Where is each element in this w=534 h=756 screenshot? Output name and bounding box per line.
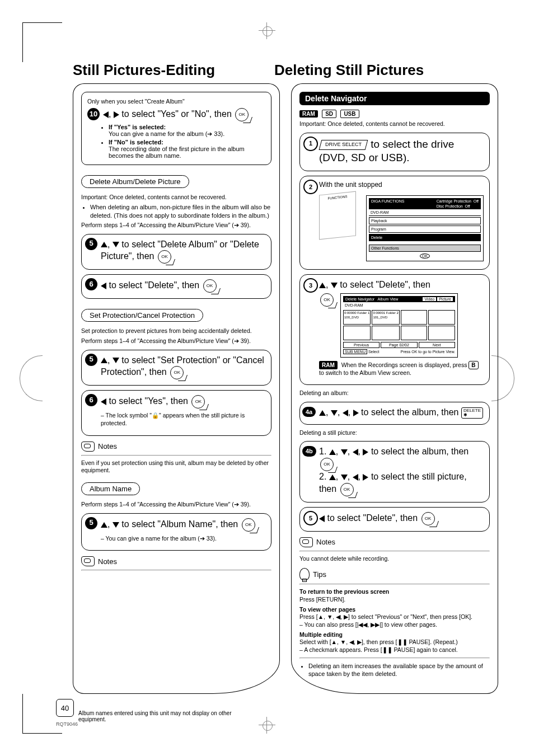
if-yes: If "Yes" is selected:You can give a name…: [109, 124, 265, 138]
left-step5b: 5 , to select "Set Protection" or "Cance…: [81, 350, 271, 386]
step-5-badge: 5: [85, 517, 97, 529]
delete-album-pill: Delete Album/Delete Picture: [81, 175, 189, 188]
ok-icon: OK: [158, 250, 171, 264]
osd-delete-navigator: Delete Navigator Album View VideoPicture…: [340, 293, 458, 357]
doc-id: RQT9046: [56, 721, 78, 727]
tip2-b2: – You can also press [|◀◀, ▶▶|] to view …: [299, 621, 437, 628]
triangle-right-icon: [114, 111, 119, 118]
tip3-b1: Select with [▲, ▼, ◀, ▶], then press [❚❚…: [299, 638, 458, 645]
step-5-badge: 5: [85, 238, 97, 250]
step-10-badge: 10: [87, 108, 100, 120]
left-step6a: 6 to select "Delete", then OK ◀ to selec…: [81, 274, 271, 299]
deleting-still-head: Deleting a still picture:: [299, 429, 490, 437]
setprot-body2: Perform steps 1–4 of "Accessing the Albu…: [81, 337, 271, 345]
triangle-down-icon: [113, 242, 119, 247]
ram-note: RAM When the Recordings screen is displa…: [319, 361, 484, 377]
badge-ram: RAM: [319, 361, 338, 369]
ok-icon: OK: [340, 483, 354, 496]
b-key[interactable]: B: [469, 361, 478, 369]
triangle-left-icon: [101, 398, 106, 405]
right-step4b: 4b 1. , , , to select the album, then OK…: [299, 441, 490, 503]
tip3-b2: – A checkmark appears. Press [❚❚ PAUSE] …: [299, 646, 458, 653]
title-right: Deleting Still Pictures: [274, 62, 424, 79]
delete-key-icon[interactable]: DELETE ✱: [461, 407, 483, 419]
functions-diagram-icon: FUNCTIONS: [319, 191, 356, 240]
right-step1: 1 DRIVE SELECT to select the drive (DVD,…: [299, 133, 490, 171]
set-protection-pill: Set Protection/Cancel Protection: [81, 309, 203, 322]
delete-navigator-bar: Delete Navigator: [299, 92, 490, 105]
left-column: Only when you select "Create Album" 10 ,…: [73, 83, 280, 694]
page-number: 40: [56, 699, 74, 717]
step2-head: With the unit stopped: [319, 181, 382, 189]
album-footer-note: Album names entered using this unit may …: [78, 710, 235, 722]
step-3-badge: 3: [303, 278, 318, 293]
tip1-h: To return to the previous screen: [299, 588, 389, 595]
step-5-badge: 5: [303, 511, 318, 525]
notes1-body: Even if you set protection using this un…: [81, 459, 271, 475]
tip1-b: Press [RETURN].: [299, 596, 345, 603]
tips-icon: [299, 568, 310, 580]
drive-select-button[interactable]: DRIVE SELECT: [319, 140, 368, 150]
tip2-b1: Press [▲, ▼, ◀, ▶] to select "Previous" …: [299, 613, 472, 620]
ok-icon: OK: [421, 512, 435, 525]
triangle-up-icon: [319, 283, 326, 288]
notes-heading: Notes: [316, 538, 335, 546]
triangle-left-icon: [103, 111, 109, 118]
delete-important: Important: Once deleted, contents cannot…: [81, 194, 271, 201]
right-step5: 5 to select "Delete", then OK ◀ to selec…: [299, 507, 490, 532]
albumname-body: Perform steps 1–4 of "Accessing the Albu…: [81, 501, 271, 509]
notes-heading: Notes: [98, 442, 117, 450]
tip2-h: To view other pages: [299, 606, 355, 613]
title-left: Still Pictures-Editing: [73, 62, 252, 79]
notes-icon: [299, 537, 313, 547]
final-note: Deleting an item increases the available…: [308, 662, 490, 678]
ok-icon: OK: [203, 279, 217, 293]
right-important: Important: Once deleted, contents cannot…: [299, 120, 490, 128]
step-6-badge: 6: [85, 394, 97, 406]
ok-icon: OK: [320, 458, 334, 471]
left-step6b: 6 to select "Yes", then OK – The lock sy…: [81, 390, 271, 435]
left-step5c: 5 , to select "Album Name", then OK – Yo…: [81, 513, 271, 551]
left-step5a: 5 , to select "Delete Album" or "Delete …: [81, 234, 271, 270]
triangle-down-icon: [113, 522, 119, 528]
triangle-down-icon: [331, 283, 338, 288]
ok-icon: OK: [320, 293, 334, 307]
right-step2: 2 With the unit stopped FUNCTIONS DIGA F…: [299, 176, 490, 270]
step-10-text: , ◀, ▶ to select "Yes" or "No", then to …: [103, 109, 250, 119]
ok-icon: OK: [170, 366, 184, 379]
badge-usb: USB: [340, 110, 359, 118]
notes-icon: [81, 556, 95, 566]
triangle-left-icon: [319, 515, 325, 522]
step-6-badge: 6: [85, 278, 97, 290]
right-column: Delete Navigator RAM SD USB Important: O…: [291, 83, 498, 694]
right-step3: 3 , to select "Delete", then ▲, ▼ to sel…: [299, 274, 490, 385]
step-2-badge: 2: [303, 180, 318, 194]
media-badges: RAM SD USB: [299, 110, 490, 118]
create-album-box: Only when you select "Create Album" 10 ,…: [81, 92, 271, 165]
step5c-sub: – You can give a name for the album (➔ 3…: [101, 535, 265, 543]
tip3-h: Multiple editing: [299, 631, 343, 638]
create-album-only: Only when you select "Create Album": [87, 98, 265, 106]
osd-functions: DIGA FUNCTIONSCartridge Protection Off D…: [366, 195, 484, 262]
tips-heading: Tips: [313, 570, 326, 579]
ok-icon: OK: [235, 108, 249, 121]
badge-ram: RAM: [299, 110, 318, 118]
triangle-up-icon: [101, 242, 107, 247]
triangle-up-icon: [101, 522, 107, 528]
lock-note: – The lock symbol "🔒" appears when the s…: [101, 412, 265, 427]
notes-body: You cannot delete while recording.: [299, 555, 490, 563]
triangle-down-icon: [113, 358, 119, 363]
notes-icon: [81, 442, 95, 452]
album-name-pill: Album Name: [81, 482, 140, 495]
ok-icon: OK: [191, 395, 205, 408]
delete-bullet: When deleting an album, non-picture file…: [90, 203, 271, 219]
delete-perform: Perform steps 1–4 of "Accessing the Albu…: [81, 222, 271, 229]
triangle-up-icon: [101, 358, 107, 363]
right-step4a: 4a , , , to select the album, then DELET…: [299, 402, 490, 425]
step-5-badge: 5: [85, 354, 97, 366]
setprot-body1: Set protection to prevent pictures from …: [81, 327, 271, 335]
step-1-badge: 1: [303, 137, 318, 151]
if-no: If "No" is selected:The recording date o…: [109, 139, 265, 159]
step-4a-badge: 4a: [302, 407, 316, 417]
ok-icon: OK: [242, 518, 255, 532]
